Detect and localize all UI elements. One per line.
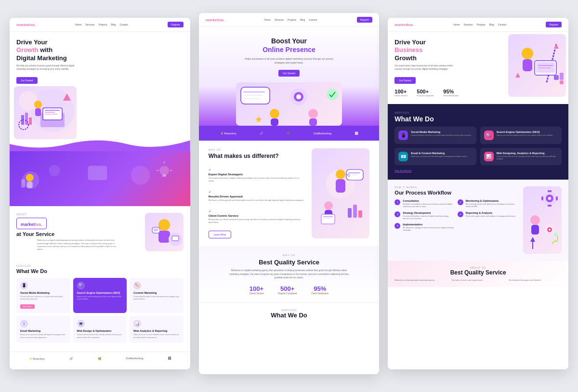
learn-more-btn[interactable]: Learn More	[209, 231, 232, 238]
hero-headline-3: Drive Your Business Growth	[394, 39, 472, 62]
process-item-4: 5 Implementation We will put the strateg…	[394, 223, 454, 232]
nav-blog-2[interactable]: Blog	[300, 18, 305, 21]
diff-illustration	[312, 148, 369, 238]
s3-stat-lbl-1: Projects Completed	[417, 94, 434, 97]
purple-illus-1	[16, 161, 184, 190]
svg-point-61	[522, 48, 533, 59]
process-item-1: 2 Monitoring & Optimization We continual…	[458, 199, 517, 209]
nav-links-3[interactable]: Home Services Projects Blog Contact	[453, 23, 506, 26]
svg-rect-41	[271, 118, 278, 126]
partner-gomarketing-2: GoMarketing	[314, 132, 331, 135]
register-btn-2[interactable]: Register	[357, 17, 373, 23]
diff-title-1: Results-Driven Approach	[209, 195, 304, 198]
service-card-2: ✏️ Content Marketing Create valuable dig…	[130, 278, 184, 314]
bqs-label: WHY US	[209, 254, 370, 257]
svg-rect-27	[158, 231, 170, 243]
nav-home-1[interactable]: Home	[75, 23, 81, 26]
nav-services-2[interactable]: Services	[275, 18, 284, 21]
s3-svc-icon-2: 📧	[398, 152, 408, 161]
stat-num-1: 500+	[278, 285, 297, 292]
hero-headline-2: Boost Your Online Presence	[209, 37, 370, 54]
read-more-btn-0[interactable]: Read More	[20, 304, 35, 309]
hero-illustration-1	[14, 86, 77, 139]
s3-stat-0: 100+ Clients Served	[394, 89, 407, 97]
register-btn-1[interactable]: Register	[168, 22, 184, 27]
svg-rect-19	[88, 166, 107, 180]
diff-desc-2: We prioritize our clients' needs and wor…	[209, 218, 304, 224]
process-content: HOW IT WORKS Our Process Workflow 1 Cons…	[394, 186, 517, 254]
nav-blog-3[interactable]: Blog	[489, 23, 494, 26]
wwd-title: What makes us different?	[209, 153, 304, 159]
svg-rect-43	[309, 118, 317, 126]
nav-contact-2[interactable]: Contact	[309, 18, 317, 21]
s3-svc-icon-0: 📱	[398, 131, 408, 140]
stat-1: 500+ Projects Completed	[278, 285, 297, 295]
s3-svc-card-3: 📊 Web Designing, Analytics & Reporting C…	[480, 148, 562, 165]
s3-svc-icon-1: 🔍	[484, 131, 494, 140]
svg-point-26	[158, 219, 170, 231]
bqs-desc: Marketiva is a digital marketing agency …	[226, 269, 352, 279]
svg-rect-67	[554, 75, 559, 80]
stat-label-1: Projects Completed	[278, 292, 297, 295]
nav-1: marketiva. Home Services Projects Blog C…	[10, 18, 190, 32]
service-desc-5: Helps you to do not miss valuable events…	[133, 334, 180, 339]
hero-headline-1: Drive Your Growth with Digital Marketing	[16, 39, 93, 62]
nav-projects-1[interactable]: Projects	[98, 23, 107, 26]
process-step-desc-3: We provide regular reports and analysis …	[466, 215, 516, 218]
svg-rect-57	[348, 208, 352, 218]
service-icon-4: 💻	[77, 320, 85, 327]
partner-5-1: 🅱	[168, 357, 171, 360]
get-started-btn-3[interactable]: Get Started	[394, 77, 416, 84]
process-label: HOW IT WORKS	[394, 186, 517, 189]
svg-point-46	[336, 170, 345, 179]
service-desc-4: Create professional and user-friendly we…	[77, 334, 123, 339]
svg-point-85	[554, 233, 558, 236]
nav-projects-3[interactable]: Projects	[477, 23, 486, 26]
services-grid-1: 📱 Social Media Marketing Connect with yo…	[16, 278, 184, 343]
service-card-5: 📊 Web Analytics & Reporting Helps you to…	[130, 316, 184, 343]
svg-rect-64	[536, 62, 555, 73]
process-num-2: 3	[394, 211, 400, 217]
nav-projects-2[interactable]: Projects	[288, 18, 296, 21]
svg-point-7	[34, 101, 42, 108]
svg-rect-75	[548, 190, 552, 192]
hero-desc-3: Our expert team helps businesses of all …	[394, 65, 457, 71]
svg-marker-70	[515, 73, 520, 78]
screenshots-container: marketiva. Home Services Projects Blog C…	[0, 3, 578, 389]
s3-svc-title-1: Search Engine Optimization (SEO)	[497, 131, 553, 133]
s3-stat-1: 500+ Projects Completed	[417, 89, 434, 97]
nav-home-2[interactable]: Home	[264, 18, 271, 21]
nav-services-1[interactable]: Services	[85, 23, 94, 26]
brand-box-1: marketiva.	[16, 218, 47, 229]
s3-svc-desc-0: Connect with your customers on social me…	[411, 134, 472, 137]
get-started-btn-2[interactable]: Get Started	[278, 70, 300, 77]
diff-item-2: Client-Centric Service We prioritize our…	[209, 206, 304, 224]
s3-svc-text-0: Social Media Marketing Connect with your…	[411, 131, 472, 137]
nav-contact-3[interactable]: Contact	[498, 23, 506, 26]
bqs-section: WHY US Best Quality Service Marketiva is…	[199, 246, 380, 302]
nav-home-3[interactable]: Home	[453, 23, 460, 26]
nav-links-2[interactable]: Home Services Projects Blog Contact	[264, 18, 317, 21]
process-item-3: 4 Reporting & Analysis We provide regula…	[458, 211, 517, 221]
nav-blog-1[interactable]: Blog	[111, 23, 116, 26]
partner-2-1: 🔗	[69, 357, 73, 360]
service-card-4: 💻 Web Design & Optimization Create profe…	[73, 316, 127, 343]
nav-links-1[interactable]: Home Services Projects Blog Contact	[75, 23, 128, 26]
get-started-btn-1[interactable]: Get Started	[16, 77, 38, 84]
partner-2-2: 🔗	[260, 131, 263, 135]
nav-services-3[interactable]: Services	[464, 23, 473, 26]
process-step-title-1: Monitoring & Optimization	[466, 199, 517, 202]
logo-3: marketiva.	[394, 23, 414, 27]
register-btn-3[interactable]: Register	[546, 22, 562, 27]
services-title-1: What We Do	[16, 268, 184, 274]
nav-2: marketiva. Home Services Projects Blog C…	[199, 13, 380, 27]
svg-rect-8	[35, 108, 41, 116]
svg-rect-62	[523, 59, 532, 71]
hero-desc-2: Helps businesses of all sizes achieve di…	[241, 57, 337, 65]
svg-marker-84	[530, 237, 535, 242]
service-icon-3: 📧	[20, 320, 28, 327]
nav-contact-1[interactable]: Contact	[120, 23, 128, 26]
svg-rect-28	[152, 227, 160, 233]
see-all-link[interactable]: See all services	[394, 169, 562, 172]
diff-item-1: Results-Driven Approach We focus on driv…	[209, 186, 304, 202]
